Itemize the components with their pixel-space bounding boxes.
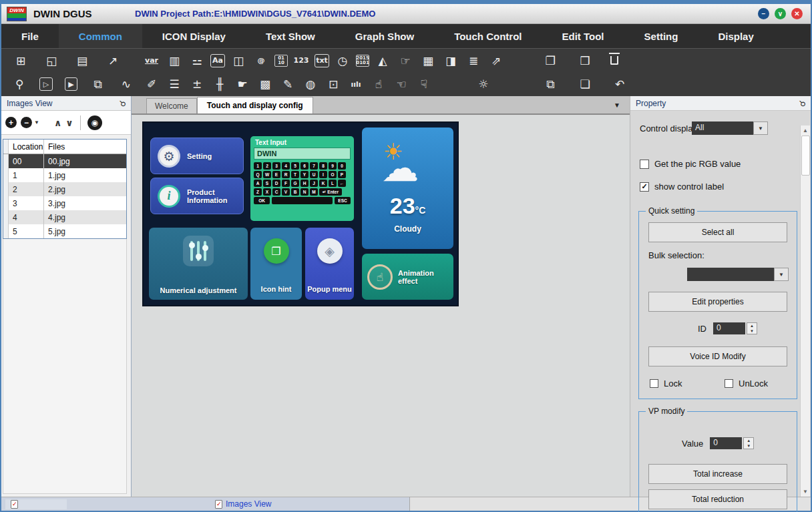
paste-icon[interactable]: ❒ (576, 52, 594, 69)
preview-eye-button[interactable]: ◉ (87, 115, 102, 130)
menu-setting[interactable]: Setting (624, 24, 698, 48)
tab-list-dropdown-icon[interactable]: ▼ (614, 101, 620, 109)
menu-file[interactable]: File (1, 24, 59, 48)
trend-curve-icon[interactable]: ⇗ (487, 52, 505, 69)
table-row[interactable]: 3 3.jpg (3, 196, 126, 210)
dock-tab-1[interactable] (5, 499, 67, 509)
minimize-button[interactable]: − (758, 8, 769, 19)
new-project-icon[interactable]: ⊞ (11, 52, 30, 69)
get-pic-rgb-checkbox[interactable]: Get the pic RGB value (640, 159, 741, 169)
screen-preview-icon[interactable]: ⧉ (89, 75, 106, 93)
document-tabs: Welcome Touch and display config ▼ (132, 96, 630, 115)
slider-display-icon[interactable]: ⚍ (188, 52, 206, 69)
clock-display-icon[interactable]: ◷ (333, 52, 352, 69)
copy-icon[interactable]: ❐ (541, 52, 560, 69)
edit-properties-button[interactable]: Edit properties (648, 292, 787, 312)
tab-welcome[interactable]: Welcome (146, 98, 197, 113)
total-increase-button[interactable]: Total increase (648, 464, 787, 484)
show-control-label-checkbox[interactable]: ✓ show control label (640, 182, 724, 192)
video-play-icon[interactable]: ▶ (65, 77, 77, 91)
plus-minus-icon[interactable]: ± (188, 75, 206, 93)
id-spinner[interactable]: ▲▼ (747, 322, 757, 334)
menu-display[interactable]: Display (698, 24, 773, 48)
text-display-icon[interactable]: Aa (210, 54, 225, 67)
image-display-icon[interactable]: ◫ (229, 52, 248, 69)
qr-code-icon[interactable]: ▦ (419, 52, 437, 69)
text-file-icon[interactable]: txt (315, 54, 329, 67)
curve-icon[interactable]: ∿ (118, 75, 134, 93)
scrollbar-thumb[interactable] (801, 136, 810, 176)
audio-wave-icon[interactable]: ıılı (347, 75, 365, 93)
touch-press-icon[interactable]: ☝ (369, 75, 388, 93)
bulk-selection-select[interactable] (687, 268, 774, 281)
select-all-button[interactable]: Select all (648, 222, 787, 242)
menu-edit-tool[interactable]: Edit Tool (542, 24, 624, 48)
save-icon[interactable]: ◱ (42, 52, 61, 69)
maximize-button[interactable]: ∨ (775, 8, 786, 19)
number-display-icon[interactable]: 123 (292, 52, 311, 69)
slider-adjust-icon[interactable]: ╫ (210, 75, 229, 93)
remove-dropdown-icon[interactable]: ▼ (34, 119, 39, 125)
bit-variable-icon[interactable]: 01 10 (274, 55, 288, 67)
data-search-icon[interactable]: ⊡ (324, 75, 343, 93)
add-image-button[interactable]: + (5, 117, 17, 128)
touch-action-icon[interactable]: ☛ (233, 75, 252, 93)
control-display-dropdown-icon[interactable]: ▼ (753, 121, 768, 135)
list-display-icon[interactable]: ☰ (165, 75, 184, 93)
image-switch-icon[interactable]: ◨ (441, 52, 460, 69)
table-row[interactable]: 1 1.jpg (3, 168, 126, 182)
touch-drag-icon[interactable]: ☟ (415, 75, 433, 93)
touch-config-icon[interactable]: ☞ (396, 52, 415, 69)
touch-slide-icon[interactable]: ☜ (392, 75, 411, 93)
menu-common[interactable]: Common (59, 24, 142, 48)
delete-icon[interactable] (610, 56, 618, 65)
property-scrollbar[interactable]: ▲ ▼ (800, 125, 810, 497)
move-up-button[interactable]: ∧ (54, 117, 61, 128)
id-field[interactable]: 0 (713, 322, 745, 334)
remove-image-button[interactable]: − (21, 117, 32, 128)
table-row[interactable]: 4 4.jpg (3, 210, 126, 224)
control-display-select[interactable]: All (692, 121, 753, 135)
dock-tab-images-view[interactable]: Images View (210, 499, 276, 509)
doc-round-icon[interactable]: ◍ (301, 75, 320, 93)
menu-icon-display[interactable]: ICON Display (142, 24, 246, 48)
page-preview-image[interactable]: ⚙ Setting i ProductInformation Numerical… (142, 121, 459, 306)
bulk-selection-dropdown-icon[interactable]: ▼ (774, 268, 789, 281)
table-row[interactable]: 2 2.jpg (3, 182, 126, 196)
graph-shapes-icon[interactable]: ◭ (373, 52, 392, 69)
data-rotation-icon[interactable]: @ (252, 52, 270, 69)
total-reduction-button[interactable]: Total reduction (648, 489, 787, 509)
copy-page-icon[interactable]: ⧉ (541, 75, 560, 93)
variable-icon[interactable]: var (142, 52, 161, 69)
menu-touch-control[interactable]: Touch Control (434, 24, 542, 48)
date-display-icon[interactable]: 2015 0101 (356, 55, 369, 67)
play-icon[interactable]: ▷ (39, 77, 52, 91)
menu-graph-show[interactable]: Graph Show (335, 24, 434, 48)
table-row[interactable]: 5 5.jpg (3, 224, 126, 238)
unlock-checkbox[interactable]: UnLock (725, 378, 768, 389)
icon-animation-icon[interactable]: ▥ (165, 52, 184, 69)
value-field[interactable]: 0 (710, 437, 742, 449)
doc-edit-icon[interactable]: ✐ (142, 75, 161, 93)
value-spinner[interactable]: ▲▼ (743, 437, 754, 449)
menu-text-show[interactable]: Text Show (246, 24, 335, 48)
move-down-button[interactable]: ∨ (65, 117, 73, 128)
search-doc-icon[interactable]: ⚲ (11, 75, 27, 93)
close-button[interactable]: ✕ (791, 8, 803, 19)
voice-id-modify-button[interactable]: Voice ID Modify (648, 346, 787, 366)
roller-display-icon[interactable]: ≣ (464, 52, 483, 69)
property-title: Property (636, 99, 799, 108)
scroll-down-icon[interactable]: ▼ (801, 487, 811, 497)
brightness-icon[interactable]: ☼ (474, 75, 493, 93)
undo-icon[interactable]: ↶ (610, 75, 629, 93)
duplicate-page-icon[interactable]: ❏ (576, 75, 594, 93)
lock-checkbox[interactable]: Lock (650, 378, 682, 389)
scroll-up-icon[interactable]: ▲ (801, 125, 811, 136)
pencil-edit-icon[interactable]: ✎ (278, 75, 297, 93)
table-row[interactable]: 00 00.jpg (3, 154, 126, 168)
tab-touch-and-display-config[interactable]: Touch and display config (197, 97, 313, 113)
design-canvas[interactable]: ⚙ Setting i ProductInformation Numerical… (132, 115, 630, 497)
export-icon[interactable]: ↗ (104, 52, 122, 69)
print-icon[interactable]: ▤ (73, 52, 91, 69)
table-display-icon[interactable]: ▩ (256, 75, 274, 93)
